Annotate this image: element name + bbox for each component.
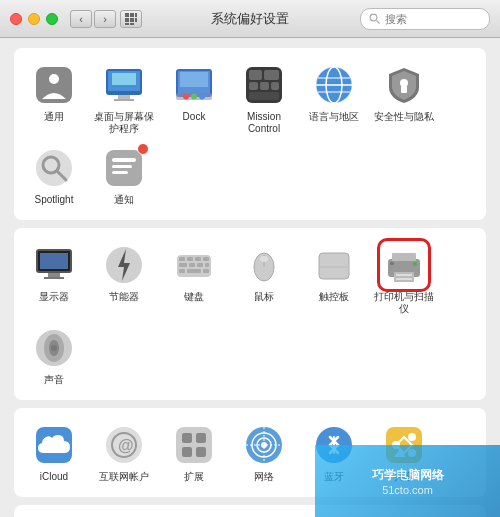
spotlight-icon-container — [31, 145, 77, 191]
svg-rect-1 — [130, 13, 134, 17]
pref-printer[interactable]: 打印机与扫描仪 — [370, 238, 438, 319]
svg-rect-26 — [264, 70, 279, 80]
svg-rect-53 — [179, 257, 185, 261]
energy-label: 节能器 — [109, 291, 139, 303]
printer-icon-container — [381, 242, 427, 288]
svg-point-23 — [199, 94, 205, 100]
svg-rect-25 — [249, 70, 262, 80]
dock-icon — [174, 65, 214, 105]
pref-display[interactable]: 显示器 — [20, 238, 88, 319]
svg-point-8 — [370, 14, 377, 21]
svg-rect-7 — [130, 23, 134, 25]
section-personal: 通用 桌面与屏幕保护程序 — [14, 48, 486, 220]
pref-desktop[interactable]: 桌面与屏幕保护程序 — [90, 58, 158, 139]
svg-rect-62 — [187, 269, 201, 273]
svg-rect-87 — [182, 433, 192, 443]
watermark-content: 巧学电脑网络 51cto.com — [372, 467, 444, 496]
svg-rect-28 — [260, 82, 269, 90]
trackpad-label: 触控板 — [319, 291, 349, 303]
keyboard-icon — [174, 245, 214, 285]
sound-icon-container — [31, 325, 77, 371]
keyboard-label: 键盘 — [184, 291, 204, 303]
grid-view-button[interactable] — [120, 10, 142, 28]
security-icon — [384, 65, 424, 105]
mouse-icon — [244, 245, 284, 285]
svg-rect-58 — [189, 263, 195, 267]
svg-rect-54 — [187, 257, 193, 261]
svg-rect-0 — [125, 13, 129, 17]
display-label: 显示器 — [39, 291, 69, 303]
language-icon-container — [311, 62, 357, 108]
pref-language[interactable]: 语言与地区 — [300, 58, 368, 139]
svg-rect-61 — [179, 269, 185, 273]
internet-icon-container: @ — [101, 422, 147, 468]
search-bar[interactable] — [360, 8, 490, 30]
pref-notification[interactable]: 通知 — [90, 141, 158, 210]
svg-rect-6 — [125, 23, 129, 25]
extensions-icon-container — [171, 422, 217, 468]
desktop-label: 桌面与屏幕保护程序 — [92, 111, 156, 135]
pref-internet[interactable]: @ 互联网帐户 — [90, 418, 158, 487]
svg-rect-89 — [182, 447, 192, 457]
sound-label: 声音 — [44, 374, 64, 386]
search-input[interactable] — [385, 13, 481, 25]
section-hardware: 显示器 节能器 — [14, 228, 486, 400]
energy-icon-container — [101, 242, 147, 288]
pref-trackpad[interactable]: 触控板 — [300, 238, 368, 319]
minimize-button[interactable] — [28, 13, 40, 25]
svg-point-22 — [191, 94, 197, 100]
pref-energy[interactable]: 节能器 — [90, 238, 158, 319]
display-icon — [34, 245, 74, 285]
sound-icon — [34, 328, 74, 368]
notification-label: 通知 — [114, 194, 134, 206]
extensions-icon — [174, 425, 214, 465]
pref-network[interactable]: 网络 — [230, 418, 298, 487]
nav-forward-button[interactable]: › — [94, 10, 116, 28]
svg-rect-43 — [112, 158, 136, 162]
pref-spotlight[interactable]: Spotlight — [20, 141, 88, 210]
svg-rect-86 — [176, 427, 212, 463]
pref-mouse[interactable]: 鼠标 — [230, 238, 298, 319]
svg-point-100 — [408, 433, 416, 441]
titlebar: ‹ › 系统偏好设置 — [0, 0, 500, 38]
pref-icloud[interactable]: iCloud — [20, 418, 88, 487]
watermark-line1: 巧学电脑网络 — [372, 467, 444, 484]
traffic-lights — [10, 13, 58, 25]
svg-rect-29 — [271, 82, 279, 90]
svg-rect-49 — [48, 273, 60, 277]
mission-icon — [244, 65, 284, 105]
svg-rect-27 — [249, 82, 258, 90]
svg-point-37 — [400, 79, 408, 87]
svg-rect-60 — [205, 263, 209, 267]
icon-grid-2: 显示器 节能器 — [20, 238, 480, 390]
svg-rect-63 — [203, 269, 209, 273]
notification-icon-container — [101, 145, 147, 191]
pref-mission[interactable]: Mission Control — [230, 58, 298, 139]
svg-rect-2 — [135, 13, 137, 17]
security-label: 安全性与隐私 — [374, 111, 434, 123]
svg-rect-30 — [249, 92, 279, 100]
pref-general[interactable]: 通用 — [20, 58, 88, 139]
svg-text:@: @ — [118, 437, 134, 454]
energy-icon — [104, 245, 144, 285]
pref-sound[interactable]: 声音 — [20, 321, 88, 390]
notification-icon — [104, 148, 144, 188]
general-label: 通用 — [44, 111, 64, 123]
pref-dock[interactable]: Dock — [160, 58, 228, 139]
pref-extensions[interactable]: 扩展 — [160, 418, 228, 487]
mission-icon-container — [241, 62, 287, 108]
svg-rect-50 — [44, 277, 64, 279]
dock-label: Dock — [183, 111, 206, 123]
pref-keyboard[interactable]: 键盘 — [160, 238, 228, 319]
svg-rect-15 — [118, 95, 130, 99]
maximize-button[interactable] — [46, 13, 58, 25]
svg-rect-55 — [195, 257, 201, 261]
icloud-label: iCloud — [40, 471, 68, 483]
display-icon-container — [31, 242, 77, 288]
grid-icon — [124, 12, 138, 26]
spotlight-label: Spotlight — [35, 194, 74, 206]
nav-back-button[interactable]: ‹ — [70, 10, 92, 28]
pref-security[interactable]: 安全性与隐私 — [370, 58, 438, 139]
close-button[interactable] — [10, 13, 22, 25]
trackpad-icon-container — [311, 242, 357, 288]
